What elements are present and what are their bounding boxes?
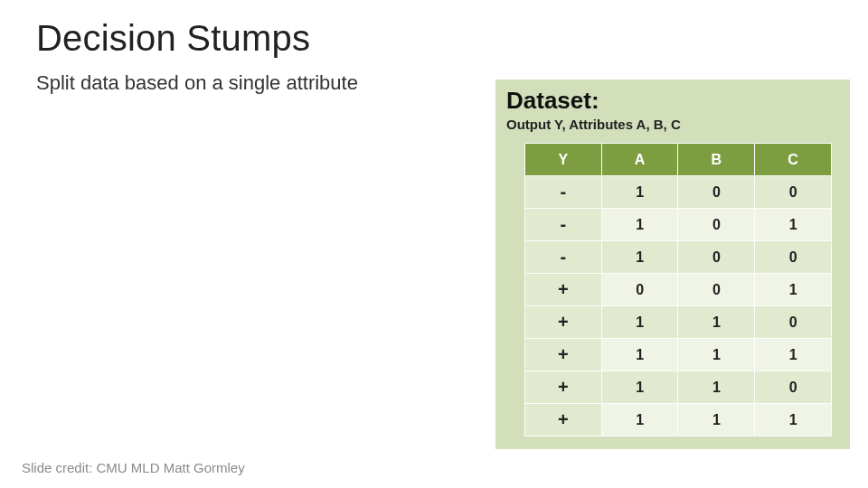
cell-y: - [525, 176, 602, 209]
slide-credit: Slide credit: CMU MLD Matt Gormley [22, 460, 245, 475]
slide: Decision Stumps Split data based on a si… [0, 0, 868, 488]
table-row: + 1 1 0 [525, 371, 832, 404]
cell-c: 1 [755, 274, 832, 306]
panel-subtitle: Output Y, Attributes A, B, C [506, 117, 841, 132]
col-head-c: C [755, 144, 832, 176]
cell-b: 0 [678, 176, 755, 209]
cell-a: 1 [601, 371, 678, 404]
cell-b: 0 [678, 209, 755, 241]
col-head-y: Y [525, 144, 602, 176]
cell-c: 0 [755, 241, 832, 274]
col-head-a: A [601, 144, 678, 176]
cell-a: 1 [601, 306, 678, 339]
table-row: + 1 1 0 [525, 306, 832, 339]
dataset-table: Y A B C - 1 0 0 - 1 0 1 [524, 143, 832, 436]
table-row: - 1 0 0 [525, 241, 832, 274]
table-row: + 1 1 1 [525, 404, 832, 436]
cell-b: 0 [678, 241, 755, 274]
cell-c: 0 [755, 176, 832, 209]
dataset-panel: Dataset: Output Y, Attributes A, B, C Y … [495, 80, 850, 449]
col-head-b: B [678, 144, 755, 176]
cell-y: + [525, 404, 602, 436]
cell-a: 1 [601, 176, 678, 209]
panel-title: Dataset: [506, 87, 841, 115]
cell-y: + [525, 339, 602, 371]
cell-b: 1 [678, 404, 755, 436]
cell-b: 0 [678, 274, 755, 306]
cell-a: 1 [601, 241, 678, 274]
cell-b: 1 [678, 339, 755, 371]
cell-b: 1 [678, 371, 755, 404]
table-row: + 0 0 1 [525, 274, 832, 306]
table-header-row: Y A B C [525, 144, 832, 176]
cell-c: 1 [755, 339, 832, 371]
cell-c: 1 [755, 404, 832, 436]
cell-a: 1 [601, 339, 678, 371]
cell-b: 1 [678, 306, 755, 339]
table-row: + 1 1 1 [525, 339, 832, 371]
table-row: - 1 0 0 [525, 176, 832, 209]
cell-y: + [525, 274, 602, 306]
cell-a: 1 [601, 209, 678, 241]
cell-c: 0 [755, 371, 832, 404]
cell-a: 1 [601, 404, 678, 436]
cell-c: 1 [755, 209, 832, 241]
page-title: Decision Stumps [36, 18, 832, 59]
cell-a: 0 [601, 274, 678, 306]
cell-y: + [525, 306, 602, 339]
cell-c: 0 [755, 306, 832, 339]
cell-y: - [525, 241, 602, 274]
cell-y: + [525, 371, 602, 404]
cell-y: - [525, 209, 602, 241]
table-row: - 1 0 1 [525, 209, 832, 241]
